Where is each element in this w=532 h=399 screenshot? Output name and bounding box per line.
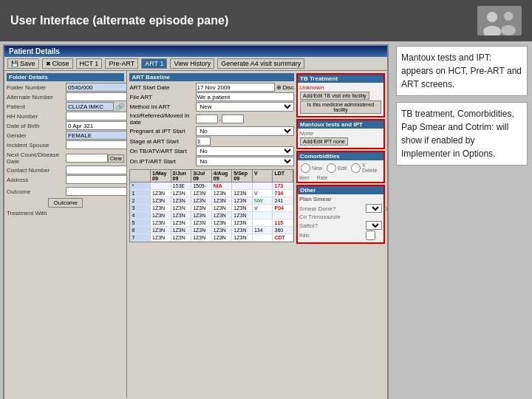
tb-admin-btn[interactable]: Is this medicine administered facility bbox=[300, 100, 381, 114]
tb-treatment-panel: TB Treatment Unknown Add/Edit TB visit i… bbox=[296, 73, 385, 117]
stage-art-label: Stage at ART Start bbox=[129, 138, 196, 145]
comorbidities-edit-option: Edit bbox=[327, 163, 347, 173]
table-row: 1 1Z3N 1Z3N 1Z3N 1Z3N 1Z3N V 734 bbox=[130, 190, 293, 197]
folder-details-title: Folder Details bbox=[7, 73, 124, 81]
table-row: 4 1Z3N 1Z3N 1Z3N 1Z3N 1Z3N bbox=[130, 212, 293, 219]
dob-input[interactable] bbox=[66, 121, 127, 130]
hct-button[interactable]: HCT 1 bbox=[76, 58, 103, 69]
method-ini-art-label: Method Ini ART bbox=[129, 103, 196, 110]
incident-spouse-input[interactable] bbox=[66, 140, 127, 149]
comorbidities-delete-option: X Delete bbox=[351, 163, 381, 173]
svg-point-1 bbox=[487, 12, 497, 22]
comorbidities-body: New Edit X Delete Item bbox=[298, 160, 383, 182]
on-ipt-art-select[interactable]: No bbox=[196, 157, 294, 166]
patient-input[interactable] bbox=[66, 102, 114, 111]
incident-spouse-label: Incident Spouse bbox=[7, 142, 66, 149]
side-panels: TB Treatment Unknown Add/Edit TB visit i… bbox=[296, 73, 385, 395]
incl-date-input[interactable] bbox=[196, 115, 218, 123]
info-box-mantoux: Mantoux tests and IPT: appears on HCT, P… bbox=[396, 46, 528, 96]
svg-point-3 bbox=[504, 12, 513, 21]
address-label: Address bbox=[7, 177, 66, 183]
incl-date-label: Incl/Referred/Moved In date bbox=[129, 112, 196, 126]
folic-checkbox[interactable] bbox=[366, 231, 375, 240]
outcome-button[interactable]: Outcome bbox=[48, 198, 82, 208]
file-art-label: File ART bbox=[129, 94, 196, 100]
outcome-input[interactable] bbox=[66, 187, 127, 196]
tb-status: Unknown bbox=[299, 84, 382, 91]
comorbidities-rate-label: Rate bbox=[317, 175, 328, 180]
table-row: 6 1Z3N 1Z3N 1Z3N 1Z3N 1Z3N 134 360 bbox=[130, 227, 293, 234]
dob-label: Date of Birth bbox=[7, 123, 66, 129]
patient-title-bar: Patient Details bbox=[4, 46, 387, 57]
mantoux-panel: Mantoux tests and IPT None Add/Edit IPT … bbox=[296, 119, 385, 149]
pregnant-ipt-select[interactable]: No bbox=[196, 126, 294, 136]
on-ipt-art-label: On IPT/ART Start bbox=[129, 158, 196, 165]
right-form: ART Baseline ART Start Date ⊕ Disc File … bbox=[127, 71, 387, 398]
table-header: 1/May 09 2/Jun 09 3/Jul 09 4/Aug 09 5/Se… bbox=[130, 170, 293, 183]
mantoux-status: None bbox=[299, 130, 382, 137]
page-title: User Interface (alternate episode pane) bbox=[10, 14, 228, 27]
art-start-date-input[interactable] bbox=[196, 83, 275, 92]
tb-treatment-body: Unknown Add/Edit TB visit info facility … bbox=[298, 83, 383, 116]
tb-treatment-title: TB Treatment bbox=[298, 75, 383, 83]
hh-number-input[interactable] bbox=[66, 112, 127, 120]
art-column: ART Baseline ART Start Date ⊕ Disc File … bbox=[129, 73, 294, 395]
address-input[interactable] bbox=[66, 175, 127, 184]
mantoux-btn[interactable]: Add/Edit IPT none bbox=[300, 137, 348, 146]
file-art-input[interactable] bbox=[196, 92, 294, 101]
alternate-number-input[interactable] bbox=[66, 92, 127, 101]
bottom-table: 1/May 09 2/Jun 09 3/Jul 09 4/Aug 09 5/Se… bbox=[129, 169, 294, 242]
folic-label: folic bbox=[299, 232, 366, 239]
contact-number-input[interactable] bbox=[66, 166, 127, 174]
art-baseline-title: ART Baseline bbox=[129, 73, 294, 81]
stage-art-input[interactable] bbox=[196, 137, 211, 146]
method-ini-art-select[interactable]: New bbox=[196, 102, 294, 112]
pregnant-ipt-label: Pregnant at IPT Start bbox=[129, 128, 196, 134]
tb-add-edit-btn[interactable]: Add/Edit TB visit info facility bbox=[300, 92, 369, 100]
info-mantoux-text: Mantoux tests and IPT: appears on HCT, P… bbox=[401, 52, 522, 89]
saftol-label: Saftol? bbox=[299, 222, 366, 229]
info-box-tb: TB treatment, Comorbidities, Pap Smear a… bbox=[396, 102, 528, 166]
mantoux-title: Mantoux tests and IPT bbox=[298, 120, 383, 129]
incl-date2-input[interactable] bbox=[222, 115, 244, 123]
folder-number-input[interactable] bbox=[66, 83, 127, 92]
close-button[interactable]: ✖Close bbox=[42, 58, 73, 69]
plan-smear-label: Plan Smear bbox=[299, 196, 382, 202]
hh-number-label: HH Number bbox=[7, 113, 66, 120]
gender-label: Gender bbox=[7, 132, 66, 139]
cotrimoxazole-label: Co Trimoxazole bbox=[299, 214, 366, 220]
outcome-label: Outcome bbox=[7, 188, 66, 195]
pre-art-button[interactable]: Pre-ART bbox=[105, 58, 138, 69]
comorbidities-item-label: Item bbox=[299, 175, 310, 180]
table-row: 2 1Z3N 1Z3N 1Z3N 1Z3N 1Z3N NW 241 bbox=[130, 197, 293, 205]
folder-number-label: Folder Number bbox=[7, 84, 66, 91]
comorbidities-edit-radio[interactable] bbox=[327, 163, 336, 173]
table-row: 3 1Z3N 1Z3N 1Z3N 1Z3N 1Z3N V P04 bbox=[130, 205, 293, 212]
table-row: * 153E 1509- NIA 173 bbox=[130, 183, 293, 190]
comorbidities-new-radio[interactable] bbox=[301, 163, 310, 173]
left-form: Folder Details Folder Number Alternate N… bbox=[4, 71, 127, 398]
art-button[interactable]: ART 1 bbox=[141, 58, 167, 69]
table-row: 7 1Z3N 1Z3N 1Z3N 1Z3N 1Z3N CDT bbox=[130, 234, 293, 242]
patient-panel: Patient Details 💾Save ✖Close HCT 1 Pre-A… bbox=[3, 44, 389, 399]
next-count-input[interactable] bbox=[66, 154, 108, 163]
info-tb-text: TB treatment, Comorbidities, Pap Smear a… bbox=[401, 109, 514, 159]
saftol-select[interactable] bbox=[366, 221, 382, 230]
gender-input[interactable] bbox=[66, 131, 127, 140]
view-history-button[interactable]: View History bbox=[170, 58, 214, 69]
on-tb-art-select[interactable]: No bbox=[196, 146, 294, 156]
treatment-with-label: Treatment With bbox=[7, 210, 66, 216]
other-body: Plan Smear Smear Done? Disc Co Trimoxazo… bbox=[298, 194, 383, 242]
smear-done-label: Smear Done? bbox=[299, 205, 366, 212]
generate-summary-button[interactable]: Generate A4 visit summary bbox=[217, 58, 304, 69]
next-count-label: Next Count/Disease Date bbox=[7, 151, 66, 165]
comorbidities-delete-radio[interactable] bbox=[351, 163, 361, 173]
smear-done-select[interactable] bbox=[366, 204, 382, 213]
clear-button[interactable]: Clear bbox=[108, 154, 125, 163]
table-row: 5 1Z3N 1Z3N 1Z3N 1Z3N 1Z3N 115 bbox=[130, 219, 293, 227]
contact-number-label: Contact Number bbox=[7, 167, 66, 174]
comorbidities-new-option: New bbox=[301, 163, 322, 173]
save-button[interactable]: 💾Save bbox=[7, 58, 39, 69]
other-panel: Other Plan Smear Smear Done? Disc Co Tri… bbox=[296, 185, 385, 244]
header: User Interface (alternate episode pane) bbox=[0, 0, 532, 41]
